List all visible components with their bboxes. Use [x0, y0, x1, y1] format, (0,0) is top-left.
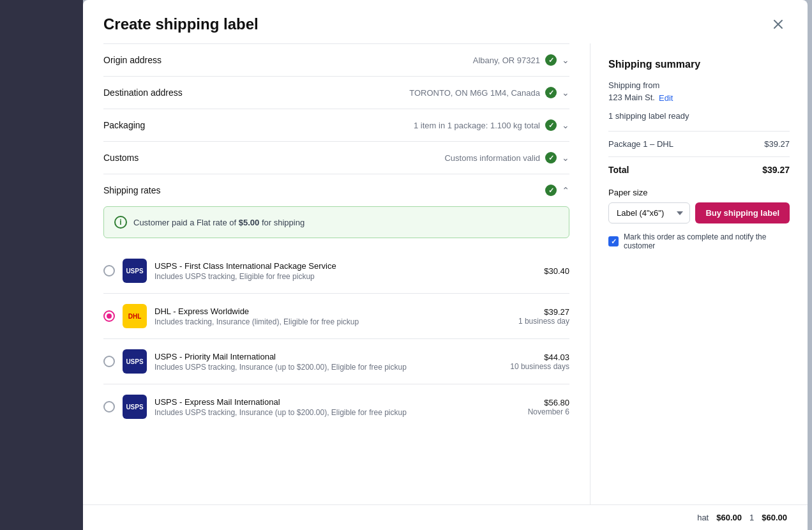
carrier-logo-0: USPS — [123, 259, 147, 283]
rate-name-3: USPS - Express Mail International — [154, 397, 520, 407]
summary-title: Shipping summary — [608, 59, 790, 70]
close-icon — [772, 18, 785, 31]
carrier-logo-2: USPS — [123, 349, 147, 374]
rate-info-1: DHL - Express WorldwideIncludes tracking… — [154, 307, 511, 326]
customs-header[interactable]: Customs Customs information valid ⌄ — [103, 142, 569, 174]
destination-address-value: TORONTO, ON M6G 1M4, Canada — [409, 88, 540, 98]
rate-radio-3[interactable] — [103, 401, 115, 413]
rate-price-block-0: $30.40 — [544, 266, 569, 276]
rate-price-2: $44.03 — [510, 352, 569, 362]
paper-size-section: Paper size Label (4"x6") Letter (8.5"x11… — [608, 188, 790, 250]
rate-radio-0[interactable] — [103, 265, 115, 276]
customs-right: Customs information valid ⌄ — [444, 152, 569, 163]
origin-address-right: Albany, OR 97321 ⌄ — [473, 54, 569, 66]
bottom-price-1: $60.00 — [716, 513, 742, 522]
rate-price-block-1: $39.271 business day — [518, 307, 569, 326]
rate-name-2: USPS - Priority Mail International — [154, 352, 502, 361]
shipping-rates-chevron-icon: ⌄ — [562, 185, 569, 195]
summary-total-row: Total $39.27 — [608, 165, 790, 175]
destination-check-icon — [545, 87, 557, 98]
packaging-label: Packaging — [103, 120, 145, 130]
rate-price-block-2: $44.0310 business days — [510, 352, 569, 371]
rate-time-2: 10 business days — [510, 362, 569, 371]
shipping-rates-title: Shipping rates — [103, 185, 161, 195]
notify-customer-checkbox[interactable] — [608, 236, 619, 246]
bottom-bar: hat $60.00 1 $60.00 — [83, 504, 808, 530]
origin-address-header[interactable]: Origin address Albany, OR 97321 ⌄ — [103, 44, 569, 76]
rate-desc-2: Includes USPS tracking, Insurance (up to… — [154, 363, 502, 372]
rate-option[interactable]: USPSUSPS - Priority Mail InternationalIn… — [103, 338, 569, 384]
right-panel: Shipping summary Shipping from 123 Main … — [590, 43, 808, 504]
packaging-right: 1 item in 1 package: 1.100 kg total ⌄ — [414, 119, 569, 131]
rate-info-3: USPS - Express Mail InternationalInclude… — [154, 397, 520, 417]
packaging-check-icon — [545, 119, 557, 131]
rate-time-1: 1 business day — [518, 317, 569, 326]
customs-label: Customs — [103, 153, 139, 163]
summary-package-label: Package 1 – DHL — [608, 139, 673, 149]
rate-name-0: USPS - First Class International Package… — [154, 261, 536, 271]
shipping-rates-header[interactable]: Shipping rates ⌄ — [103, 174, 569, 206]
close-button[interactable] — [769, 15, 787, 33]
modal-title: Create shipping label — [103, 15, 259, 33]
rate-time-3: November 6 — [528, 407, 569, 416]
rate-info-2: USPS - Priority Mail InternationalInclud… — [154, 352, 502, 372]
customs-accordion: Customs Customs information valid ⌄ — [103, 141, 569, 174]
customs-check-icon — [545, 152, 557, 163]
summary-divider-2 — [608, 156, 790, 157]
flat-rate-banner: i Customer paid a Flat rate of $5.00 for… — [103, 206, 569, 238]
summary-address: 123 Main St. — [608, 93, 655, 102]
flat-rate-text: Customer paid a Flat rate of $5.00 for s… — [133, 218, 304, 227]
destination-chevron-icon: ⌄ — [562, 87, 569, 98]
buy-shipping-label-button[interactable]: Buy shipping label — [695, 202, 790, 223]
summary-ready-text: 1 shipping label ready — [608, 111, 790, 121]
rate-option[interactable]: USPSUSPS - Express Mail InternationalInc… — [103, 384, 569, 429]
packaging-value: 1 item in 1 package: 1.100 kg total — [414, 121, 540, 130]
notify-customer-label: Mark this order as complete and notify t… — [624, 232, 790, 250]
bottom-price-2: $60.00 — [762, 513, 787, 522]
destination-address-accordion: Destination address TORONTO, ON M6G 1M4,… — [103, 76, 569, 109]
summary-total-label: Total — [608, 165, 629, 175]
shipping-rates-controls: ⌄ — [545, 185, 569, 196]
packaging-header[interactable]: Packaging 1 item in 1 package: 1.100 kg … — [103, 109, 569, 141]
paper-size-select[interactable]: Label (4"x6") Letter (8.5"x11") — [608, 202, 690, 223]
bottom-item-name: hat — [697, 513, 709, 522]
summary-total-price: $39.27 — [762, 165, 790, 175]
destination-address-header[interactable]: Destination address TORONTO, ON M6G 1M4,… — [103, 77, 569, 109]
rate-price-0: $30.40 — [544, 266, 569, 276]
modal-header: Create shipping label — [83, 0, 808, 43]
carrier-logo-1: DHL — [123, 304, 147, 328]
origin-address-accordion: Origin address Albany, OR 97321 ⌄ — [103, 43, 569, 76]
rate-option[interactable]: DHLDHL - Express WorldwideIncludes track… — [103, 293, 569, 338]
origin-check-icon — [545, 54, 557, 66]
packaging-chevron-icon: ⌄ — [562, 120, 569, 130]
shipping-rates-check-icon — [545, 185, 557, 196]
carrier-logo-3: USPS — [123, 395, 147, 419]
rate-name-1: DHL - Express Worldwide — [154, 307, 511, 316]
rate-radio-1[interactable] — [103, 310, 115, 322]
origin-chevron-icon: ⌄ — [562, 55, 569, 65]
rate-info-0: USPS - First Class International Package… — [154, 261, 536, 281]
customs-chevron-icon: ⌄ — [562, 153, 569, 163]
modal-body: Origin address Albany, OR 97321 ⌄ Destin… — [83, 43, 808, 504]
rate-price-3: $56.80 — [528, 398, 569, 407]
packaging-accordion: Packaging 1 item in 1 package: 1.100 kg … — [103, 109, 569, 141]
summary-package-row: Package 1 – DHL $39.27 — [608, 139, 790, 149]
origin-address-label: Origin address — [103, 55, 162, 65]
customs-value: Customs information valid — [444, 153, 540, 163]
summary-shipping-from-label: Shipping from — [608, 80, 790, 90]
shipping-rates-section: Shipping rates ⌄ i Customer paid a Flat … — [103, 174, 569, 429]
edit-address-link[interactable]: Edit — [659, 93, 673, 103]
rate-desc-0: Includes USPS tracking, Eligible for fre… — [154, 272, 536, 281]
flat-rate-amount: $5.00 — [239, 218, 260, 227]
paper-size-label: Paper size — [608, 188, 790, 197]
rate-price-block-3: $56.80November 6 — [528, 398, 569, 416]
rate-desc-3: Includes USPS tracking, Insurance (up to… — [154, 408, 520, 417]
rate-option[interactable]: USPSUSPS - First Class International Pac… — [103, 248, 569, 293]
notify-customer-row: Mark this order as complete and notify t… — [608, 232, 790, 250]
left-panel: Origin address Albany, OR 97321 ⌄ Destin… — [83, 43, 590, 504]
summary-package-price: $39.27 — [764, 139, 790, 149]
rate-radio-2[interactable] — [103, 356, 115, 367]
paper-size-row: Label (4"x6") Letter (8.5"x11") Buy ship… — [608, 202, 790, 223]
destination-address-label: Destination address — [103, 87, 183, 98]
destination-address-right: TORONTO, ON M6G 1M4, Canada ⌄ — [409, 87, 569, 98]
